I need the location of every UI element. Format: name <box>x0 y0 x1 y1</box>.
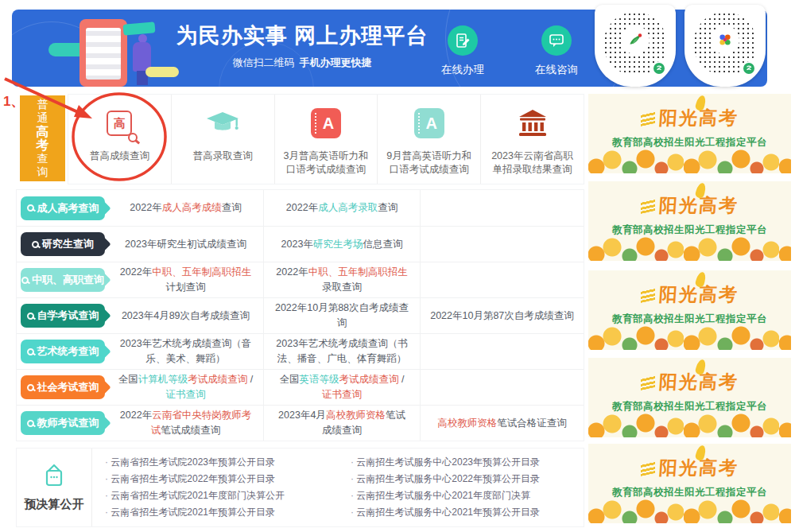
budget-link[interactable]: 云南招生考试服务中心2021年预算公开目录 <box>351 504 584 521</box>
budget-section: 预决算公开 云南省招生考试院2023年预算公开目录云南省招生考试院2022年预算… <box>16 448 584 527</box>
listening-book-red-icon: A <box>311 107 341 140</box>
phone-screen <box>86 28 121 80</box>
query-link[interactable]: 全国计算机等级考试成绩查询 / 证书查询 <box>118 372 254 402</box>
sunshine-banner[interactable]: 阳光高考教育部高校招生阳光工程指定平台 <box>588 94 791 173</box>
quick-card-label: 普高成绩查询 <box>83 150 156 163</box>
sun-rays-icon <box>641 287 655 303</box>
phone-illustration <box>80 19 127 87</box>
link-segment: / <box>399 374 405 385</box>
gaokao-query-tab[interactable]: 普通高考查询 <box>20 95 65 181</box>
query-row-social-exam: 社会考试查询全国计算机等级考试成绩查询 / 证书查询全国英语等级考试成绩查询 /… <box>17 369 584 405</box>
sunshine-banner[interactable]: 阳光高考教育部高校招生阳光工程指定平台 <box>588 358 791 437</box>
query-cell: 2023年艺术统考成绩查询（音乐、美术、舞蹈） <box>108 334 263 369</box>
sun-rays-icon <box>641 198 655 214</box>
query-link[interactable]: 2023年研究生初试成绩查询 <box>125 237 246 252</box>
online-service-button[interactable]: 在线办理 <box>431 25 494 77</box>
query-badge-art-exam[interactable]: 艺术统考查询 <box>21 340 105 363</box>
query-cell: 2022年云南省中央特岗教师考试笔试成绩查询 <box>108 406 263 441</box>
query-link[interactable]: 2023年艺术统考成绩查询（书法、播音、广电、体育舞蹈） <box>273 336 410 367</box>
link-segment: 录取查询 <box>322 282 362 293</box>
query-link[interactable]: 2022年10月第87次自考成绩查询 <box>430 309 574 324</box>
sun-rays-icon <box>641 111 655 126</box>
link-segment: 2022年 <box>276 266 308 278</box>
wechat-badge-icon <box>742 61 756 76</box>
query-link[interactable]: 2022年中职、五年制高职招生录取查询 <box>273 265 410 295</box>
query-cell: 2023年艺术统考成绩查询（书法、播音、广电、体育舞蹈） <box>263 334 420 369</box>
link-segment: 2022年10月第87次自考成绩查询 <box>430 310 574 321</box>
quick-card-label: 普高录取查询 <box>187 150 259 163</box>
sunshine-banner[interactable]: 阳光高考教育部高校招生阳光工程指定平台 <box>588 444 791 523</box>
query-cell: 2022年中职、五年制高职招生计划查询 <box>108 262 263 297</box>
query-row-teacher-exam: 教师考试查询2022年云南省中央特岗教师考试笔试成绩查询2023年4月高校教师资… <box>17 405 584 441</box>
query-link[interactable]: 2023年研究生考场信息查询 <box>281 237 403 252</box>
budget-link[interactable]: 云南省招生考试院2021年度部门决算公开 <box>105 487 338 504</box>
query-link[interactable]: 2023年艺术统考成绩查询（音乐、美术、舞蹈） <box>118 336 254 367</box>
query-cell: 高校教师资格笔试合格证查询 <box>420 406 584 441</box>
quick-card-gaokao-admission[interactable]: 普高录取查询 <box>171 95 274 184</box>
query-badge-self-study[interactable]: 自学考试查询 <box>21 304 105 328</box>
online-consult-button[interactable]: 在线咨询 <box>525 25 588 77</box>
budget-link[interactable]: 云南省招生考试院2023年预算公开目录 <box>105 454 338 471</box>
link-segment: 证书查询 <box>166 389 206 400</box>
badge-label: 中职、高职查询 <box>32 273 104 287</box>
query-badge-adult-gaokao[interactable]: 成人高考查询 <box>21 196 105 220</box>
query-row-self-study: 自学考试查询2023年4月89次自考成绩查询2022年10月第88次自考成绩查询… <box>17 297 584 333</box>
query-badge-vocational[interactable]: 中职、高职查询 <box>21 268 105 292</box>
online-service-label: 在线办理 <box>431 63 494 77</box>
budget-link[interactable]: 云南省招生考试院2022年预算公开目录 <box>105 471 338 487</box>
quick-card-danzhao-result[interactable]: 2023年云南省高职单招录取结果查询 <box>480 95 584 184</box>
link-segment: 笔试成绩查询 <box>161 425 220 436</box>
quick-card-gaokao-score[interactable]: 高普高成绩查询 <box>68 95 171 184</box>
link-segment: 2023年研究生初试成绩查询 <box>125 239 246 250</box>
qr-code-left <box>595 5 676 87</box>
link-segment: 2022年 <box>120 410 152 421</box>
document-pen-icon <box>448 25 478 56</box>
query-cell: 2022年成人高考成绩查询 <box>108 190 263 226</box>
query-link[interactable]: 2022年云南省中央特岗教师考试笔试成绩查询 <box>118 408 254 438</box>
query-link[interactable]: 2022年成人高考成绩查询 <box>130 200 241 216</box>
query-cell: 全国计算机等级考试成绩查询 / 证书查询 <box>108 370 263 405</box>
link-segment: 计算机等级 <box>138 374 188 385</box>
query-cell <box>420 227 584 262</box>
badge-label: 研究生查询 <box>42 237 94 251</box>
tab-char: 查 <box>37 152 48 165</box>
sunflowers-decoration <box>588 498 791 523</box>
query-badge-teacher-exam[interactable]: 教师考试查询 <box>21 411 105 435</box>
wechat-badge-icon <box>652 61 666 76</box>
search-icon <box>27 204 34 212</box>
query-badge-graduate[interactable]: 研究生查询 <box>21 232 105 256</box>
institution-icon <box>518 107 548 140</box>
quick-card-english-march[interactable]: A3月普高英语听力和口语考试成绩查询 <box>274 95 378 184</box>
link-segment: 全国 <box>280 374 300 385</box>
link-segment: 查询 <box>222 202 242 213</box>
query-link[interactable]: 2023年4月89次自考成绩查询 <box>122 309 250 324</box>
budget-link[interactable]: 云南省招生考试院2021年预算公开目录 <box>105 504 338 521</box>
online-consult-label: 在线咨询 <box>525 63 588 77</box>
query-link[interactable]: 2022年中职、五年制高职招生计划查询 <box>118 265 254 295</box>
budget-links-left: 云南省招生考试院2023年预算公开目录云南省招生考试院2022年预算公开目录云南… <box>92 449 338 526</box>
link-segment: 计划查询 <box>166 282 206 293</box>
badge-cell: 社会考试查询 <box>17 370 108 405</box>
query-link[interactable]: 全国英语等级考试成绩查询 / 证书查询 <box>273 372 410 402</box>
query-cell <box>420 370 584 405</box>
budget-title: 预决算公开 <box>25 497 84 512</box>
query-link[interactable]: 2022年10月第88次自考成绩查询 <box>273 301 410 331</box>
sun-rays-icon <box>641 460 655 476</box>
query-cell: 2022年中职、五年制高职招生录取查询 <box>263 262 420 297</box>
quick-card-english-september[interactable]: A9月普高英语听力和口语考试成绩查询 <box>377 95 480 184</box>
budget-link[interactable]: 云南招生考试服务中心2022年预算公开目录 <box>351 471 584 487</box>
budget-link[interactable]: 云南招生考试服务中心2021年度部门决算 <box>351 487 584 504</box>
sunflowers-decoration <box>588 324 791 350</box>
query-link[interactable]: 2022年成人高考录取查询 <box>286 200 398 216</box>
sunshine-banner[interactable]: 阳光高考教育部高校招生阳光工程指定平台 <box>588 270 791 350</box>
decor-board <box>122 21 155 35</box>
query-link[interactable]: 2023年4月高校教师资格笔试成绩查询 <box>273 408 410 438</box>
annotation-step-label: 1、 <box>3 92 24 111</box>
qr-logo-color-icon <box>711 25 739 54</box>
query-link[interactable]: 高校教师资格笔试合格证查询 <box>437 416 567 431</box>
budget-link[interactable]: 云南招生考试服务中心2023年预算公开目录 <box>351 454 584 471</box>
sunshine-banner[interactable]: 阳光高考教育部高校招生阳光工程指定平台 <box>588 181 791 261</box>
query-badge-social-exam[interactable]: 社会考试查询 <box>21 375 105 399</box>
banner-illustration <box>28 10 179 87</box>
query-cell: 2023年研究生初试成绩查询 <box>108 227 263 262</box>
